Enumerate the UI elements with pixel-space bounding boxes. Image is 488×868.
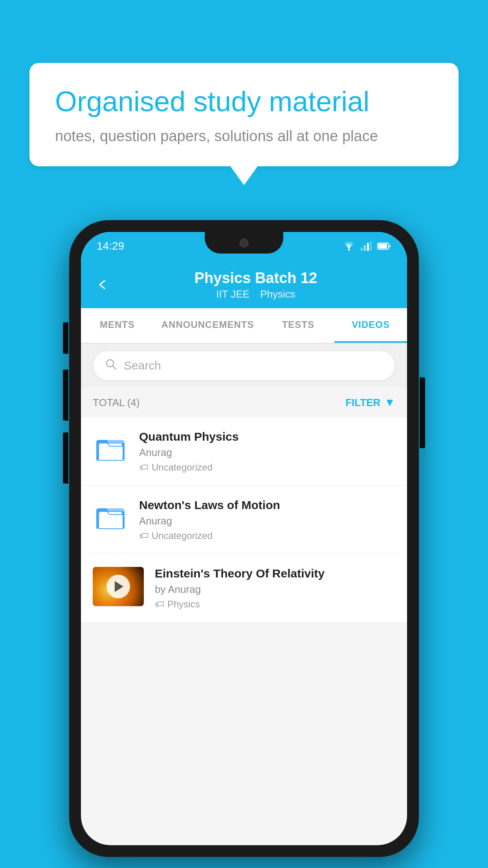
power-button (420, 377, 425, 448)
phone-screen: 14:29 (81, 232, 407, 845)
filter-bar: TOTAL (4) FILTER ▼ (81, 388, 407, 417)
svg-point-0 (348, 249, 350, 251)
wifi-icon (343, 241, 355, 251)
speech-bubble: Organised study material notes, question… (29, 63, 459, 166)
video-title: Newton's Laws of Motion (139, 498, 395, 512)
batch-category: IIT JEE (216, 288, 250, 300)
search-icon (105, 358, 117, 373)
status-time: 14:29 (97, 240, 124, 252)
video-info: Einstein's Theory Of Relativity by Anura… (155, 567, 395, 610)
folder-icon-wrap (93, 498, 128, 534)
video-list: Quantum Physics Anurag 🏷 Uncategorized (81, 417, 407, 623)
svg-rect-3 (367, 243, 369, 251)
filter-icon: ▼ (384, 396, 395, 409)
video-author: Anurag (139, 515, 395, 527)
video-title: Quantum Physics (139, 430, 395, 443)
notch (205, 232, 283, 254)
play-triangle-icon (115, 581, 123, 592)
video-title: Einstein's Theory Of Relativity (155, 567, 395, 580)
back-button[interactable] (97, 276, 108, 294)
tag-icon: 🏷 (139, 530, 149, 541)
video-tag: 🏷 Uncategorized (139, 462, 395, 473)
list-item[interactable]: Newton's Laws of Motion Anurag 🏷 Uncateg… (81, 486, 407, 554)
video-thumbnail (93, 567, 144, 606)
tab-ments[interactable]: MENTS (81, 308, 154, 343)
video-author: by Anurag (155, 583, 395, 596)
batch-title: Physics Batch 12 (120, 270, 391, 287)
svg-rect-2 (364, 245, 366, 251)
total-count: TOTAL (4) (93, 397, 139, 409)
folder-icon (95, 500, 126, 532)
tab-announcements[interactable]: ANNOUNCEMENTS (154, 308, 262, 343)
video-author: Anurag (139, 447, 395, 459)
speech-bubble-title: Organised study material (55, 85, 433, 118)
play-button[interactable] (106, 575, 130, 598)
volume-up-button (63, 322, 68, 354)
list-item[interactable]: Quantum Physics Anurag 🏷 Uncategorized (81, 417, 407, 486)
video-tag: 🏷 Uncategorized (139, 530, 395, 541)
video-info: Newton's Laws of Motion Anurag 🏷 Uncateg… (139, 498, 395, 541)
tag-icon: 🏷 (155, 599, 164, 610)
search-bar-wrapper: Search (81, 344, 407, 388)
signal-icon (361, 241, 372, 251)
tab-tests[interactable]: TESTS (262, 308, 334, 343)
batch-subtitle: IIT JEE Physics (120, 288, 391, 300)
status-icons (343, 241, 391, 251)
batch-subject: Physics (260, 288, 295, 300)
battery-icon (377, 242, 391, 250)
tag-icon: 🏷 (139, 462, 149, 473)
volume-button-2 (63, 432, 68, 484)
app-header: Physics Batch 12 IIT JEE Physics (81, 260, 407, 308)
front-camera (240, 239, 248, 247)
filter-button[interactable]: FILTER ▼ (345, 396, 395, 409)
svg-rect-1 (361, 248, 363, 251)
volume-down-button (63, 370, 68, 421)
svg-rect-6 (378, 244, 387, 248)
tab-videos[interactable]: VIDEOS (334, 308, 407, 343)
list-item[interactable]: Einstein's Theory Of Relativity by Anura… (81, 554, 407, 623)
search-placeholder: Search (124, 359, 161, 372)
video-info: Quantum Physics Anurag 🏷 Uncategorized (139, 430, 395, 473)
status-bar: 14:29 (81, 232, 407, 260)
speech-bubble-subtitle: notes, question papers, solutions all at… (55, 128, 433, 145)
search-input-wrap[interactable]: Search (93, 351, 395, 381)
folder-icon (95, 432, 126, 463)
header-title-block: Physics Batch 12 IIT JEE Physics (120, 270, 391, 300)
video-tag: 🏷 Physics (155, 599, 395, 610)
svg-line-9 (113, 366, 116, 369)
svg-rect-4 (370, 241, 372, 251)
tabs-bar: MENTS ANNOUNCEMENTS TESTS VIDEOS (81, 308, 407, 344)
folder-icon-wrap (93, 430, 128, 465)
phone-wrapper: 14:29 (69, 220, 419, 857)
svg-rect-7 (389, 245, 391, 247)
